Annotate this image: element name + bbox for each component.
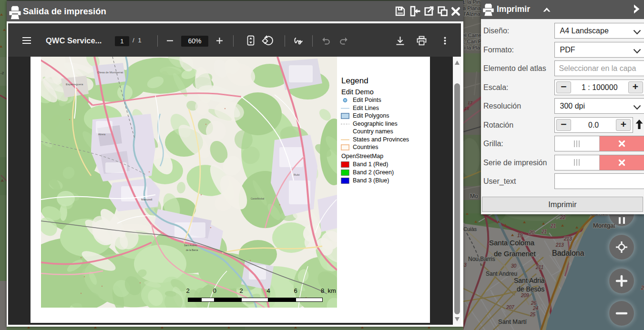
svg-text:de la Barca: de la Barca [186, 249, 198, 251]
svg-text:Rubí: Rubí [294, 173, 300, 176]
svg-text:Sant Andreu: Sant Andreu [184, 244, 197, 247]
svg-text:Martorell: Martorell [141, 198, 152, 201]
svg-text:Abrera: Abrera [98, 133, 105, 136]
svg-text:Esparreguera: Esparreguera [66, 83, 83, 86]
svg-text:Olesa de Montserrat: Olesa de Montserrat [97, 71, 123, 74]
svg-text:Castellbisbal: Castellbisbal [251, 197, 264, 200]
